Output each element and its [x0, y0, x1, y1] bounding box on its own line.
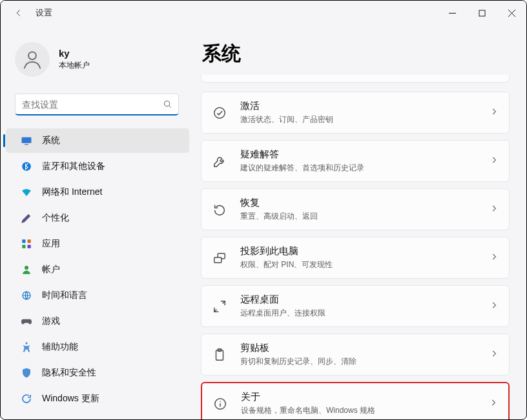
nav-label: 蓝牙和其他设备 [42, 161, 105, 172]
card-about[interactable]: 关于 设备规格，重命名电脑、Windows 规格 [201, 382, 510, 419]
svg-rect-8 [25, 144, 28, 145]
svg-rect-11 [28, 239, 31, 243]
clipboard-icon [211, 346, 229, 364]
chevron-right-icon [490, 107, 499, 119]
window-controls [437, 3, 526, 23]
wrench-icon [211, 152, 229, 170]
accessibility-icon [20, 341, 33, 354]
card-sub: 激活状态、订阅、产品密钥 [240, 114, 333, 125]
bluetooth-icon [20, 160, 33, 173]
nav-network[interactable]: 网络和 Internet [6, 180, 189, 205]
card-title: 疑难解答 [240, 148, 364, 161]
chevron-right-icon [489, 398, 498, 410]
svg-point-17 [214, 107, 225, 118]
user-text: ky 本地帐户 [59, 48, 90, 71]
nav-windows-update[interactable]: Windows 更新 [6, 386, 189, 411]
card-title: 剪贴板 [240, 342, 356, 354]
chevron-right-icon [490, 155, 499, 167]
person-small-icon [20, 263, 33, 276]
svg-point-24 [220, 401, 221, 402]
user-block[interactable]: ky 本地帐户 [1, 30, 194, 88]
globe-clock-icon [20, 289, 33, 302]
nav-label: 隐私和安全性 [42, 367, 96, 379]
svg-rect-7 [22, 137, 32, 143]
nav-label: 系统 [42, 135, 60, 146]
maximize-icon [479, 10, 486, 17]
card-troubleshoot[interactable]: 疑难解答 建议的疑难解答、首选项和历史记录 [201, 140, 510, 182]
search-icon [156, 99, 178, 109]
gamepad-icon [20, 315, 33, 328]
svg-rect-10 [22, 239, 25, 243]
card-title: 恢复 [240, 197, 318, 209]
card-recovery[interactable]: 恢复 重置、高级启动、返回 [201, 188, 510, 230]
minimize-button[interactable] [437, 3, 467, 23]
card-sub: 剪切和复制历史记录、同步、清除 [240, 356, 356, 367]
titlebar: 设置 [1, 1, 526, 25]
search-field[interactable] [15, 94, 179, 115]
close-button[interactable] [497, 3, 526, 23]
update-icon [20, 392, 33, 405]
chevron-right-icon [490, 301, 499, 312]
card-activation[interactable]: 激活 激活状态、订阅、产品密钥 [201, 92, 510, 134]
card-remote-desktop[interactable]: 远程桌面 远程桌面用户、连接权限 [201, 285, 510, 327]
sidebar: ky 本地帐户 系统 [1, 25, 194, 419]
card-sub: 权限、配对 PIN、可发现性 [240, 259, 333, 270]
chevron-right-icon [490, 349, 499, 361]
monitor-icon [20, 134, 33, 147]
nav: 系统 蓝牙和其他设备 网络和 Internet [1, 128, 194, 411]
svg-rect-13 [28, 245, 31, 248]
svg-point-5 [164, 101, 169, 106]
cards: 激活 激活状态、订阅、产品密钥 疑难解答 建议的疑难解答、首选项和历史记录 [201, 92, 510, 419]
nav-accessibility[interactable]: 辅助功能 [6, 335, 189, 359]
card-clipboard[interactable]: 剪贴板 剪切和复制历史记录、同步、清除 [201, 334, 510, 375]
check-circle-icon [211, 104, 229, 122]
nav-system[interactable]: 系统 [6, 128, 189, 153]
card-title: 投影到此电脑 [240, 245, 333, 257]
svg-rect-12 [22, 245, 25, 248]
svg-line-6 [169, 106, 170, 108]
close-icon [508, 10, 515, 17]
card-title: 关于 [241, 391, 375, 403]
nav-personalization[interactable]: 个性化 [6, 206, 189, 230]
paintbrush-icon [20, 212, 33, 225]
nav-label: 辅助功能 [42, 341, 78, 353]
main: 系统 激活 激活状态、订阅、产品密钥 [194, 25, 526, 419]
partial-card-above [201, 75, 510, 83]
card-project[interactable]: 投影到此电脑 权限、配对 PIN、可发现性 [201, 237, 510, 279]
nav-privacy[interactable]: 隐私和安全性 [6, 361, 189, 385]
chevron-right-icon [490, 204, 499, 215]
svg-rect-1 [479, 10, 485, 16]
nav-label: 时间和语言 [42, 290, 87, 301]
nav-label: 应用 [42, 238, 60, 250]
card-sub: 重置、高级启动、返回 [240, 211, 318, 222]
search-input[interactable] [16, 99, 156, 110]
minimize-icon [449, 10, 456, 17]
avatar [15, 42, 50, 77]
nav-apps[interactable]: 应用 [6, 232, 189, 256]
remote-desktop-icon [211, 297, 229, 315]
nav-time-language[interactable]: 时间和语言 [6, 283, 189, 308]
nav-accounts[interactable]: 帐户 [6, 257, 189, 282]
card-sub: 远程桌面用户、连接权限 [240, 308, 326, 319]
card-sub: 设备规格，重命名电脑、Windows 规格 [241, 405, 375, 416]
user-sub: 本地帐户 [59, 60, 90, 71]
card-title: 激活 [240, 100, 333, 112]
nav-gaming[interactable]: 游戏 [6, 309, 189, 334]
wifi-icon [20, 186, 33, 199]
apps-grid-icon [20, 237, 33, 250]
settings-window: 设置 ky 本地帐户 [0, 0, 527, 420]
svg-point-16 [25, 342, 27, 344]
back-button[interactable] [6, 1, 32, 25]
maximize-button[interactable] [467, 3, 497, 23]
shield-icon [20, 366, 33, 379]
arrow-left-icon [14, 8, 23, 17]
info-icon [211, 395, 229, 413]
nav-label: 网络和 Internet [42, 186, 102, 198]
person-icon [21, 48, 43, 70]
svg-point-4 [28, 52, 36, 59]
nav-label: 游戏 [42, 315, 60, 327]
nav-bluetooth[interactable]: 蓝牙和其他设备 [6, 154, 189, 179]
chevron-right-icon [490, 252, 499, 264]
user-name: ky [59, 48, 90, 59]
recovery-icon [211, 201, 229, 219]
